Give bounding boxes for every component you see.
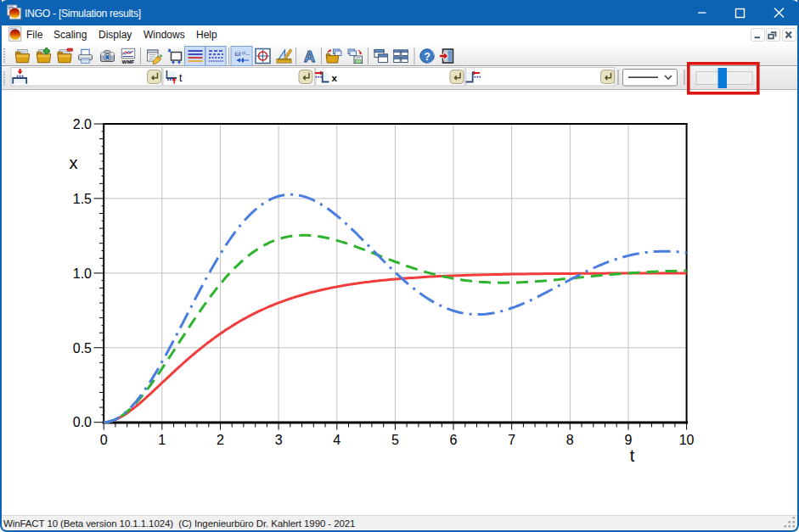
svg-text:1.5: 1.5 — [73, 192, 92, 206]
svg-text:3: 3 — [275, 433, 283, 447]
svg-text:8: 8 — [566, 433, 574, 447]
svg-text:2: 2 — [217, 433, 224, 447]
svg-text:2.0: 2.0 — [73, 117, 92, 132]
svg-text:0.5: 0.5 — [73, 341, 92, 356]
svg-text:1: 1 — [158, 433, 166, 447]
svg-text:7: 7 — [508, 433, 515, 447]
svg-text:0: 0 — [100, 433, 108, 447]
svg-text:10: 10 — [679, 433, 695, 447]
svg-text:6: 6 — [450, 433, 458, 447]
svg-text:9: 9 — [625, 433, 633, 447]
svg-text:0.0: 0.0 — [73, 415, 92, 429]
svg-text:x: x — [70, 154, 78, 172]
svg-text:t: t — [630, 446, 635, 465]
svg-text:5: 5 — [391, 433, 399, 447]
svg-text:1.0: 1.0 — [73, 266, 92, 281]
svg-text:4: 4 — [333, 433, 340, 447]
